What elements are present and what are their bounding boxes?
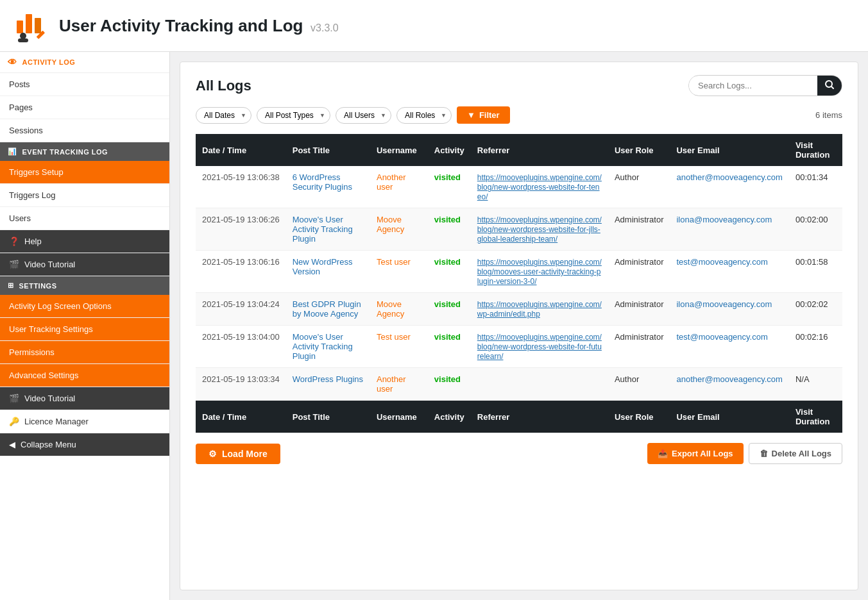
search-button[interactable] (817, 76, 842, 96)
users-filter[interactable]: All Users (336, 107, 391, 124)
col-header-post-title: Post Title (286, 134, 370, 166)
cell-user-email: another@mooveagency.com (670, 166, 788, 208)
sidebar-item-licence-manager[interactable]: 🔑 Licence Manager (0, 410, 169, 433)
sidebar-item-user-tracking-settings[interactable]: User Tracking Settings (0, 318, 169, 341)
footer-col-visit-duration: Visit Duration (789, 401, 842, 433)
load-more-button[interactable]: ⚙ Load More (196, 444, 280, 464)
sidebar-item-triggers-setup[interactable]: Triggers Setup (0, 161, 169, 184)
right-actions: 📤 Export All Logs 🗑 Delete All Logs (647, 443, 842, 464)
cell-user-role: Administrator (608, 326, 670, 368)
post-title-link[interactable]: New WordPress Version (293, 257, 353, 276)
cell-referrer: https://mooveplugins.wpengine.com/wp-adm… (471, 293, 608, 326)
footer-col-datetime: Date / Time (196, 401, 286, 433)
cell-referrer: https://mooveplugins.wpengine.com/blog/n… (471, 208, 608, 251)
table-header-row: Date / Time Post Title Username Activity… (196, 134, 842, 166)
cell-visit-duration: N/A (789, 368, 842, 401)
cell-referrer: https://mooveplugins.wpengine.com/blog/n… (471, 166, 608, 208)
table-row: 2021-05-19 13:03:34 WordPress Plugins An… (196, 368, 842, 401)
sidebar-item-collapse-menu[interactable]: ◀ Collapse Menu (0, 433, 169, 456)
table-row: 2021-05-19 13:06:26 Moove's User Activit… (196, 208, 842, 251)
sidebar-item-posts[interactable]: Posts (0, 73, 169, 96)
roles-filter[interactable]: All Roles (396, 107, 452, 124)
sidebar-item-advanced-settings[interactable]: Advanced Settings (0, 364, 169, 387)
collapse-icon: ◀ (9, 440, 15, 449)
video-icon-2: 🎬 (9, 394, 19, 403)
cell-username: Another user (370, 368, 428, 401)
app-wrapper: User Activity Tracking and Log v3.3.0 👁 … (0, 0, 868, 600)
export-button[interactable]: 📤 Export All Logs (647, 443, 744, 464)
username-link[interactable]: Test user (377, 257, 411, 267)
search-input[interactable] (689, 77, 817, 94)
sidebar-item-sessions[interactable]: Sessions (0, 119, 169, 142)
post-title-link[interactable]: Moove's User Activity Tracking Plugin (293, 215, 353, 244)
username-link[interactable]: Moove Agency (377, 215, 404, 234)
sidebar-item-posts-label: Posts (9, 79, 30, 89)
post-type-filter[interactable]: All Post Types (257, 107, 330, 124)
page-title-row: All Logs (196, 75, 842, 96)
date-filter[interactable]: All Dates (196, 107, 251, 124)
col-header-visit-duration: Visit Duration (789, 134, 842, 166)
trash-icon: 🗑 (760, 449, 768, 458)
sidebar-item-video-tutorial-1[interactable]: 🎬 Video Tutorial (0, 253, 169, 276)
cell-datetime: 2021-05-19 13:06:26 (196, 208, 286, 251)
cell-user-email: test@mooveagency.com (670, 251, 788, 293)
sidebar-item-help[interactable]: ❓ Help (0, 230, 169, 253)
referrer-link[interactable]: https://mooveplugins.wpengine.com/wp-adm… (477, 300, 602, 319)
cell-datetime: 2021-05-19 13:06:16 (196, 251, 286, 293)
email-link[interactable]: test@mooveagency.com (676, 257, 767, 267)
cell-user-email: ilona@mooveagency.com (670, 208, 788, 251)
table-footer-row: Date / Time Post Title Username Activity… (196, 401, 842, 433)
footer-col-user-role: User Role (608, 401, 670, 433)
users-filter-wrapper: All Users (336, 107, 391, 124)
table-row: 2021-05-19 13:06:16 New WordPress Versio… (196, 251, 842, 293)
post-title-link[interactable]: Best GDPR Plugin by Moove Agency (293, 299, 361, 319)
cell-visit-duration: 00:02:02 (789, 293, 842, 326)
sidebar-help-label: Help (24, 237, 42, 246)
action-row: ⚙ Load More 📤 Export All Logs 🗑 Delete A… (196, 443, 842, 464)
username-link[interactable]: Another user (377, 172, 406, 192)
cell-visit-duration: 00:01:58 (789, 251, 842, 293)
referrer-link[interactable]: https://mooveplugins.wpengine.com/blog/n… (477, 173, 602, 201)
header-title-area: User Activity Tracking and Log v3.3.0 (59, 16, 339, 36)
referrer-link[interactable]: https://mooveplugins.wpengine.com/blog/n… (477, 215, 602, 244)
email-link[interactable]: test@mooveagency.com (676, 332, 767, 342)
activity-status: visited (434, 332, 461, 342)
sidebar-section-event-tracking: 📊 EVENT TRACKING LOG (0, 142, 169, 161)
activity-status: visited (434, 299, 461, 309)
sidebar-item-triggers-log[interactable]: Triggers Log (0, 184, 169, 207)
cell-username: Test user (370, 326, 428, 368)
sidebar-item-pages[interactable]: Pages (0, 96, 169, 119)
activity-status: visited (434, 374, 461, 384)
post-type-filter-wrapper: All Post Types (257, 107, 330, 124)
sidebar-item-permissions[interactable]: Permissions (0, 341, 169, 364)
post-title-link[interactable]: 6 WordPress Security Plugins (293, 172, 352, 192)
email-link[interactable]: another@mooveagency.com (676, 172, 782, 182)
footer-col-referrer: Referrer (471, 401, 608, 433)
post-title-link[interactable]: WordPress Plugins (293, 374, 363, 384)
cell-user-email: test@mooveagency.com (670, 326, 788, 368)
sidebar-video-tutorial-2-label: Video Tutorial (24, 394, 75, 403)
cell-username: Another user (370, 166, 428, 208)
sidebar-item-users[interactable]: Users (0, 207, 169, 230)
footer-col-username: Username (370, 401, 428, 433)
cell-post-title: WordPress Plugins (286, 368, 370, 401)
post-title-link[interactable]: Moove's User Activity Tracking Plugin (293, 332, 353, 361)
email-link[interactable]: ilona@mooveagency.com (676, 299, 772, 309)
sidebar-item-activity-log-screen-options[interactable]: Activity Log Screen Options (0, 295, 169, 318)
referrer-link[interactable]: https://mooveplugins.wpengine.com/blog/n… (477, 333, 602, 361)
username-link[interactable]: Another user (377, 374, 406, 394)
filter-icon: ▼ (467, 110, 475, 120)
referrer-link[interactable]: https://mooveplugins.wpengine.com/blog/m… (477, 258, 602, 286)
delete-button[interactable]: 🗑 Delete All Logs (749, 443, 842, 464)
table-row: 2021-05-19 13:04:24 Best GDPR Plugin by … (196, 293, 842, 326)
svg-point-3 (20, 33, 26, 39)
sidebar-collapse-menu-label: Collapse Menu (21, 440, 76, 449)
sidebar-item-video-tutorial-2[interactable]: 🎬 Video Tutorial (0, 387, 169, 410)
cell-user-role: Administrator (608, 293, 670, 326)
username-link[interactable]: Moove Agency (377, 299, 404, 319)
cell-post-title: New WordPress Version (286, 251, 370, 293)
email-link[interactable]: another@mooveagency.com (676, 374, 782, 384)
username-link[interactable]: Test user (377, 332, 411, 342)
filter-button[interactable]: ▼ Filter (457, 106, 510, 124)
email-link[interactable]: ilona@mooveagency.com (676, 215, 772, 224)
